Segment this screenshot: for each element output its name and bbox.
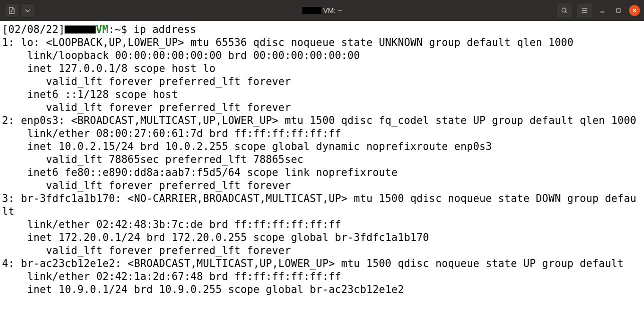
new-tab-button[interactable] xyxy=(4,4,19,18)
search-button[interactable] xyxy=(557,4,572,18)
prompt-line: [02/08/22]VM:~$ ip address xyxy=(2,23,642,36)
output-line: link/ether 08:00:27:60:61:7d brd ff:ff:f… xyxy=(2,128,341,140)
titlebar-left-controls xyxy=(4,4,35,18)
titlebar-right-controls xyxy=(557,4,640,18)
output-line: valid_lft forever preferred_lft forever xyxy=(2,180,291,192)
output-line: inet 127.0.0.1/8 scope host lo xyxy=(2,62,215,74)
output-line: inet6 fe80::e890:dd8a:aab7:f5d5/64 scope… xyxy=(2,166,404,178)
minimize-button[interactable] xyxy=(597,5,608,16)
output-line: link/loopback 00:00:00:00:00:00 brd 00:0… xyxy=(2,50,360,62)
titlebar-dropdown-button[interactable] xyxy=(20,4,35,18)
output-line: valid_lft forever preferred_lft forever xyxy=(2,76,291,88)
prompt-path: :~$ xyxy=(109,24,134,36)
svg-point-0 xyxy=(562,8,566,12)
output-line: valid_lft forever preferred_lft forever xyxy=(2,244,291,256)
output-line: link/ether 02:42:1a:2d:67:48 brd ff:ff:f… xyxy=(2,270,341,282)
maximize-button[interactable] xyxy=(613,5,624,16)
output-line: inet 10.9.0.1/24 brd 10.9.0.255 scope gl… xyxy=(2,284,404,296)
output-line: inet6 ::1/128 scope host xyxy=(2,88,184,100)
prompt-command: ip address xyxy=(134,24,196,36)
output-line: valid_lft forever preferred_lft forever xyxy=(2,102,291,114)
output-line: valid_lft 78865sec preferred_lft 78865se… xyxy=(2,154,303,166)
window-title: VM: ~ xyxy=(302,6,342,14)
output-line: 3: br-3fdfc1a1b170: <NO-CARRIER,BROADCAS… xyxy=(2,192,636,218)
svg-rect-1 xyxy=(617,9,620,12)
redacted-user xyxy=(65,26,96,34)
close-button[interactable] xyxy=(629,5,640,16)
hamburger-menu-button[interactable] xyxy=(577,4,592,18)
redacted-username xyxy=(302,7,321,14)
prompt-host: VM xyxy=(96,24,108,36)
output-line: 2: enp0s3: <BROADCAST,MULTICAST,UP,LOWER… xyxy=(2,114,636,126)
prompt-date: [02/08/22] xyxy=(2,24,65,36)
output-line: 4: br-ac23cb12e1e2: <BROADCAST,MULTICAST… xyxy=(2,258,630,270)
output-line: 1: lo: <LOOPBACK,UP,LOWER_UP> mtu 65536 … xyxy=(2,36,573,48)
output-line: link/ether 02:42:48:3b:7c:de brd ff:ff:f… xyxy=(2,218,341,230)
output-line: inet 10.0.2.15/24 brd 10.0.2.255 scope g… xyxy=(2,140,492,152)
output-line: inet 172.20.0.1/24 brd 172.20.0.255 scop… xyxy=(2,232,429,244)
terminal-output-area[interactable]: [02/08/22]VM:~$ ip address1: lo: <LOOPBA… xyxy=(0,21,644,298)
window-titlebar: VM: ~ xyxy=(0,0,644,21)
window-title-text: VM: ~ xyxy=(324,6,342,14)
